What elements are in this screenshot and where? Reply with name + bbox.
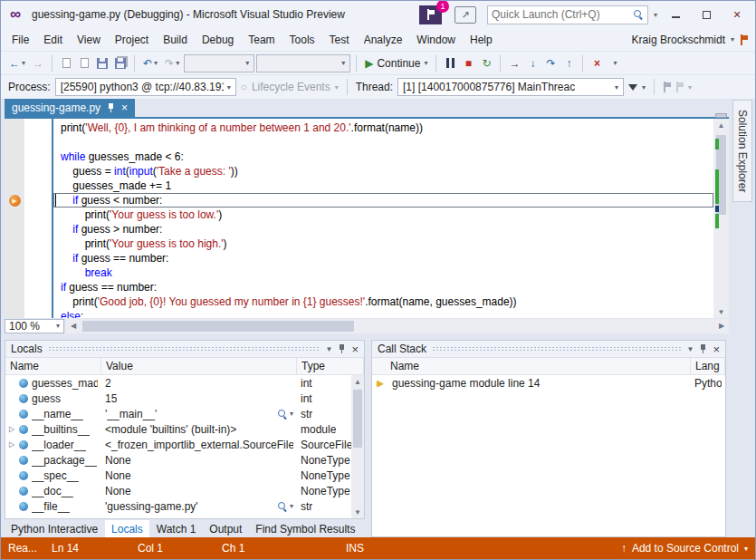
code-line[interactable]: else: <box>53 309 713 318</box>
locals-scroll-down-icon[interactable]: ▼ <box>351 506 364 518</box>
code-line[interactable]: if guess < number: <box>53 193 713 208</box>
navigate-back-button[interactable]: ←▾ <box>6 53 28 73</box>
toolbar-overflow-button[interactable]: ▾ <box>607 53 623 73</box>
save-all-button[interactable] <box>112 53 129 73</box>
breakpoint-margin-cell[interactable] <box>5 266 24 280</box>
breakpoint-margin-cell[interactable]: ▶ <box>5 193 24 208</box>
close-button[interactable]: × <box>724 5 750 24</box>
stop-debugging-button[interactable]: ■ <box>460 53 476 73</box>
filter-dropdown-icon[interactable]: ▾ <box>642 83 646 92</box>
show-flagged-only-icon[interactable] <box>675 82 684 92</box>
code-line[interactable]: print('Well, {0}, I am thinking of a num… <box>53 121 713 135</box>
code-line[interactable]: if guess > number: <box>53 222 713 237</box>
menu-item-debug[interactable]: Debug <box>195 28 241 51</box>
column-header-name[interactable]: Name <box>5 358 101 374</box>
breakpoint-margin-cell[interactable] <box>5 251 24 266</box>
code-editor[interactable]: ▶ print('Well, {0}, I am thinking of a n… <box>5 119 729 318</box>
maximize-button[interactable] <box>694 5 719 24</box>
column-header-type[interactable]: Type <box>297 358 364 374</box>
send-feedback-button[interactable]: ↗ <box>455 6 476 24</box>
menu-item-help[interactable]: Help <box>463 28 500 51</box>
breakpoint-margin-cell[interactable] <box>5 237 24 251</box>
code-line[interactable]: print('Good job, {0}! You guessed my num… <box>53 294 713 309</box>
locals-row[interactable]: ▷__builtins__<module 'builtins' (built-i… <box>5 421 364 437</box>
scroll-right-icon[interactable]: ▶ <box>714 320 729 333</box>
continue-button[interactable]: ▶ Continue ▾ <box>362 53 430 73</box>
breakpoint-margin-cell[interactable] <box>5 164 24 179</box>
panel-tab-python-interactive[interactable]: Python Interactive <box>5 520 104 537</box>
locals-grid-header[interactable]: Name Value Type <box>5 358 364 375</box>
undo-button[interactable]: ↶▾ <box>140 53 160 73</box>
visualizer-dropdown-icon[interactable]: ▾ <box>290 410 293 418</box>
account-name[interactable]: Kraig Brockschmidt <box>632 34 725 46</box>
breakpoint-margin-cell[interactable] <box>5 222 24 237</box>
locals-scrollbar[interactable]: ▲ ▼ <box>351 375 364 518</box>
quick-launch-box[interactable] <box>487 5 648 24</box>
locals-row[interactable]: __spec__NoneNoneType <box>5 468 364 483</box>
breakpoint-margin-cell[interactable] <box>5 179 24 193</box>
horizontal-scroll-thumb[interactable] <box>82 321 354 332</box>
undo-dropdown-icon[interactable]: ▾ <box>154 59 158 67</box>
code-line[interactable]: print('Your guess is too low.') <box>53 208 713 222</box>
add-to-source-control-button[interactable]: ↑ Add to Source Control ▾ <box>621 542 748 555</box>
breakpoint-margin-cell[interactable] <box>5 309 24 323</box>
close-tab-icon[interactable]: × <box>121 101 128 114</box>
locals-scroll-up-icon[interactable]: ▲ <box>351 375 364 388</box>
visualizer-dropdown-icon[interactable]: ▾ <box>290 502 293 510</box>
menu-item-test[interactable]: Test <box>322 28 357 51</box>
procbar-overflow-icon[interactable]: ▾ <box>688 83 692 92</box>
code-line[interactable]: if guess == number: <box>53 280 713 294</box>
quick-launch-input[interactable] <box>492 8 633 21</box>
panel-tab-output[interactable]: Output <box>203 520 248 537</box>
panel-tab-watch-1[interactable]: Watch 1 <box>150 520 203 537</box>
code-line[interactable]: break <box>53 266 713 280</box>
column-header-value[interactable]: Value <box>101 358 297 374</box>
code-line[interactable]: print('Your guess is too high.') <box>53 237 713 251</box>
configuration-combo[interactable]: ▾ <box>184 54 254 72</box>
process-combo[interactable]: [25590] python3 @ tcp://40.83.191 ▾ <box>55 78 236 96</box>
quick-launch-dropdown-icon[interactable]: ▾ <box>654 11 657 19</box>
locals-row[interactable]: __file__'guessing-game.py'▾str <box>5 498 364 514</box>
panel-tab-find-symbol-results[interactable]: Find Symbol Results <box>249 520 361 537</box>
menu-item-view[interactable]: View <box>70 28 108 51</box>
menu-item-project[interactable]: Project <box>108 28 156 51</box>
locals-row[interactable]: __name__'__main__'▾str <box>5 406 364 421</box>
locals-row[interactable]: guess15int <box>5 391 364 406</box>
pin-tab-icon[interactable] <box>107 102 115 113</box>
locals-row[interactable]: ▷__loader__<_frozen_importlib_external.S… <box>5 437 364 452</box>
continue-dropdown-icon[interactable]: ▾ <box>424 59 427 67</box>
panel-tab-locals[interactable]: Locals <box>105 520 149 537</box>
menu-item-window[interactable]: Window <box>409 28 463 51</box>
menu-item-tools[interactable]: Tools <box>282 28 322 51</box>
pin-panel-icon[interactable] <box>338 343 346 354</box>
text-visualizer-magnifier-icon[interactable] <box>277 409 288 420</box>
window-position-icon[interactable]: ▼ <box>325 345 332 353</box>
close-panel-icon[interactable]: × <box>351 343 359 355</box>
editor-vertical-scrollbar[interactable]: ▲ ▼ <box>713 119 729 318</box>
close-panel-icon[interactable]: × <box>713 343 720 355</box>
code-area[interactable]: print('Well, {0}, I am thinking of a num… <box>52 119 713 318</box>
step-over-button[interactable]: ↷ <box>542 53 559 73</box>
navigate-forward-button[interactable]: → <box>30 53 46 73</box>
redo-button[interactable]: ↷▾ <box>162 53 182 73</box>
expander-icon[interactable]: ▷ <box>9 425 19 433</box>
breakpoint-margin-cell[interactable] <box>5 121 24 135</box>
editor-horizontal-scrollbar[interactable]: ◀ ▶ <box>66 319 729 333</box>
editor-split-handle[interactable] <box>715 113 727 118</box>
lifecycle-events-label[interactable]: Lifecycle Events <box>252 81 330 93</box>
call-stack-grid-header[interactable]: Name Lang <box>372 358 725 375</box>
breakpoint-margin-cell[interactable] <box>5 150 24 164</box>
callstack-row[interactable]: ▶guessing-game module line 14Python <box>372 375 725 391</box>
scroll-up-icon[interactable]: ▲ <box>713 119 729 131</box>
solution-explorer-tab[interactable]: Solution Explorer <box>732 100 752 202</box>
menu-item-edit[interactable]: Edit <box>36 28 70 51</box>
show-next-statement-button[interactable]: → <box>506 53 522 73</box>
locals-row[interactable]: guesses_made2int <box>5 375 364 391</box>
menu-item-analyze[interactable]: Analyze <box>357 28 410 51</box>
pin-panel-icon[interactable] <box>699 343 707 354</box>
source-control-dropdown-icon[interactable]: ▾ <box>744 545 748 553</box>
save-button[interactable] <box>94 53 110 73</box>
step-into-button[interactable]: ↓ <box>524 53 541 73</box>
breakpoint-margin-cell[interactable] <box>5 280 24 294</box>
break-all-button[interactable] <box>442 53 458 73</box>
